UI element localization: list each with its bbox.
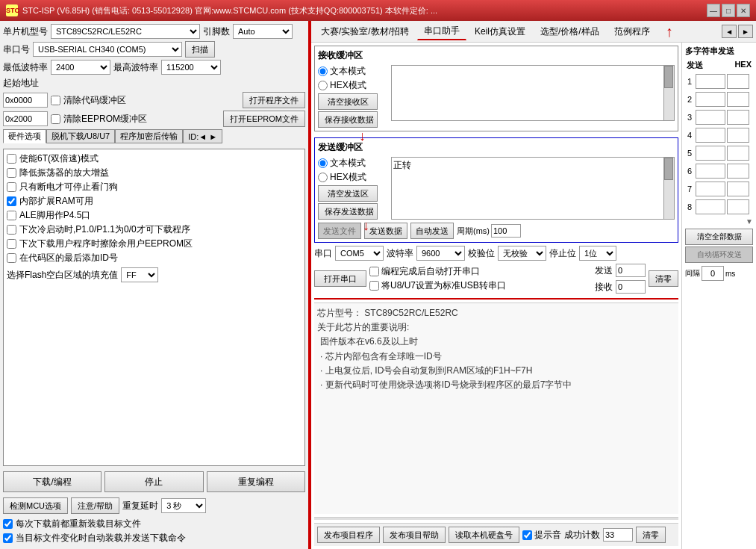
com-select[interactable]: USB-SERIAL CH340 (COM5) [33, 42, 182, 57]
usb-serial-check[interactable] [369, 281, 379, 291]
right-panel: 大赛/实验室/教材/招聘 串口助手 Keil仿真设置 选型/价格/样品 范例程序… [310, 21, 756, 549]
auto-load-section: 每次下载前都重新装载目标文件 当目标文件变化时自动装载并发送下载命令 [3, 516, 305, 546]
tab-offline-download[interactable]: 脱机下载/U8/U7 [46, 129, 115, 143]
hw-check-7[interactable] [7, 239, 16, 249]
hw-check-6[interactable] [7, 225, 16, 235]
tab-id[interactable]: ID:◄ ► [183, 129, 222, 143]
hw-check-8[interactable] [7, 253, 16, 263]
multi-hex-4[interactable] [727, 128, 749, 143]
open-port-button[interactable]: 打开串口 [314, 270, 366, 287]
send-data-button[interactable]: 发送数据 [364, 223, 407, 239]
multi-input-5[interactable] [696, 146, 725, 161]
fill-select[interactable]: FF [121, 267, 158, 282]
multi-hex-2[interactable] [727, 92, 749, 107]
read-hd-id-button[interactable]: 读取本机硬盘号 [449, 527, 519, 543]
auto-send-check[interactable] [3, 533, 13, 543]
auto-open-check[interactable] [369, 267, 379, 276]
download-button[interactable]: 下载/编程 [3, 471, 101, 492]
multi-input-7[interactable] [696, 182, 725, 196]
send-text-radio[interactable] [318, 158, 328, 168]
send-count-label: 发送 [595, 264, 613, 277]
baud-rate-select[interactable]: 9600 [416, 246, 465, 261]
clear-receive-button[interactable]: 清空接收区 [318, 93, 378, 110]
nav-prev-button[interactable]: ◄ [722, 25, 737, 38]
stop-button[interactable]: 停止 [104, 471, 203, 492]
menu-examples[interactable]: 范例程序 [607, 23, 657, 40]
open-prog-file-button[interactable]: 打开程序文件 [243, 92, 305, 108]
close-button[interactable]: ✕ [737, 4, 750, 17]
multi-input-6[interactable] [696, 164, 725, 179]
receive-text-mode-label[interactable]: 文本模式 [318, 65, 385, 78]
send-file-button[interactable]: 发送文件 [318, 223, 361, 239]
interval-input[interactable] [702, 266, 724, 281]
scan-button[interactable]: 扫描 [185, 41, 215, 58]
hw-check-5[interactable] [7, 211, 16, 220]
clear-all-button[interactable]: 清空全部数据 [685, 229, 753, 245]
clear-eeprom-check[interactable] [51, 114, 60, 124]
publish-program-button[interactable]: 发布项目程序 [317, 527, 380, 543]
clear-success-button[interactable]: 清零 [636, 527, 666, 543]
hw-check-2[interactable] [7, 168, 16, 178]
menu-keil[interactable]: Keil仿真设置 [468, 23, 532, 40]
multi-hex-7[interactable] [727, 182, 749, 196]
multi-input-8[interactable] [696, 199, 725, 214]
auto-send-button[interactable]: 自动发送 [410, 223, 454, 239]
tab-hardware-options[interactable]: 硬件选项 [3, 129, 46, 143]
clear-counts-button[interactable]: 清零 [649, 270, 678, 287]
send-text-mode-label[interactable]: 文本模式 [318, 157, 385, 170]
reprogram-button[interactable]: 重复编程 [207, 471, 305, 492]
receive-hex-mode-label[interactable]: HEX模式 [318, 79, 385, 92]
auto-open-label: 编程完成后自动打开串口 [369, 265, 506, 278]
menu-contest[interactable]: 大赛/实验室/教材/招聘 [314, 23, 416, 40]
hw-check-1[interactable] [7, 154, 16, 164]
multi-hex-3[interactable] [727, 110, 749, 125]
usb-serial-label: 将U8/U7设置为标准USB转串口 [369, 279, 506, 292]
help-button[interactable]: 注意/帮助 [71, 497, 119, 514]
menu-selection[interactable]: 选型/价格/样品 [534, 23, 606, 40]
send-hex-radio[interactable] [318, 173, 328, 182]
multi-hex-1[interactable] [727, 74, 749, 89]
clear-send-button[interactable]: 清空发送区 [318, 185, 378, 202]
period-input[interactable] [491, 224, 521, 238]
baud-settings-label: 波特率 [387, 247, 413, 260]
max-baud-select[interactable]: 115200 [161, 60, 221, 75]
maximize-button[interactable]: □ [722, 4, 735, 17]
stop-bit-select[interactable]: 1位 [579, 246, 616, 261]
multi-hex-6[interactable] [727, 164, 749, 179]
pin-select[interactable]: Auto [233, 24, 293, 39]
save-receive-button[interactable]: 保存接收数据 [318, 111, 378, 128]
addr1-input[interactable] [3, 93, 48, 108]
auto-load-check[interactable] [3, 519, 13, 529]
delay-select[interactable]: 3 秒 [161, 498, 206, 513]
receive-text-radio[interactable] [318, 66, 328, 76]
sound-check[interactable] [522, 530, 532, 540]
send-text-area[interactable]: 正转 [391, 157, 675, 220]
multi-input-4[interactable] [696, 128, 725, 143]
minimize-button[interactable]: — [707, 4, 720, 17]
menu-serial[interactable]: 串口助手 [417, 22, 466, 40]
success-count-label: 成功计数 [564, 529, 600, 542]
multi-hex-8[interactable] [727, 199, 749, 214]
open-eeprom-file-button[interactable]: 打开EEPROM文件 [223, 111, 305, 127]
mcu-select[interactable]: STC89C52RC/LE52RC [51, 24, 200, 39]
publish-help-button[interactable]: 发布项目帮助 [383, 527, 446, 543]
clear-code-check[interactable] [51, 96, 60, 105]
receive-hex-radio[interactable] [318, 81, 328, 90]
tab-encrypt[interactable]: 程序加密后传输 [115, 129, 183, 143]
auto-cycle-button[interactable]: 自动循环发送 [685, 246, 753, 263]
com-port-select[interactable]: COM5 [335, 246, 384, 261]
multi-hex-5[interactable] [727, 146, 749, 161]
multi-input-1[interactable] [696, 74, 725, 89]
multi-input-3[interactable] [696, 110, 725, 125]
save-send-button[interactable]: 保存发送数据 [318, 203, 378, 220]
addr2-input[interactable] [3, 111, 48, 126]
parity-select[interactable]: 无校验 [498, 246, 546, 261]
multi-input-2[interactable] [696, 92, 725, 107]
nav-next-button[interactable]: ► [738, 25, 753, 38]
hw-check-4[interactable] [7, 196, 16, 206]
min-baud-select[interactable]: 2400 [51, 60, 110, 75]
receive-area[interactable] [391, 65, 675, 121]
hw-check-3[interactable] [7, 182, 16, 192]
detect-button[interactable]: 检测MCU选项 [3, 497, 68, 514]
send-hex-mode-label[interactable]: HEX模式 [318, 171, 385, 184]
